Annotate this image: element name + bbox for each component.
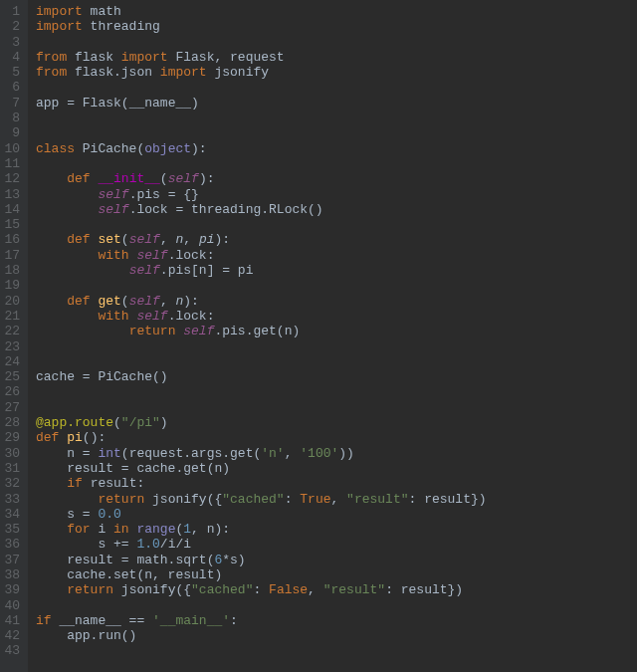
token: jsonify [214, 65, 269, 80]
token [36, 324, 129, 338]
code-line[interactable]: if result: [36, 476, 637, 491]
code-line[interactable]: class PiCache(object): [36, 141, 637, 156]
code-line[interactable]: def get(self, n): [36, 294, 637, 309]
code-line[interactable]: result = math.sqrt(6*s) [36, 553, 637, 567]
code-line[interactable]: app = Flask(__name__) [36, 96, 637, 111]
line-number: 32 [4, 476, 20, 491]
token [36, 294, 67, 309]
code-line[interactable] [36, 80, 637, 95]
token [36, 202, 98, 217]
code-line[interactable] [36, 111, 637, 125]
token: def [67, 294, 98, 309]
line-number: 27 [4, 400, 20, 415]
token: threading [91, 19, 160, 34]
code-line[interactable]: s = 0.0 [36, 507, 637, 522]
code-line[interactable]: import math [36, 4, 637, 19]
line-number: 4 [4, 50, 20, 65]
line-number: 37 [4, 553, 20, 567]
token: , [160, 232, 176, 247]
line-number: 31 [4, 461, 20, 476]
token: result: [91, 476, 145, 491]
line-number: 23 [4, 339, 20, 354]
token: range [136, 522, 175, 537]
code-line[interactable] [36, 125, 637, 140]
token [36, 582, 67, 597]
token: : [230, 613, 238, 628]
token: in [113, 522, 136, 537]
code-line[interactable]: self.lock = threading.RLock() [36, 202, 637, 217]
token: ( [121, 294, 129, 309]
token: def [67, 232, 98, 247]
code-line[interactable]: if __name__ == '__main__': [36, 613, 637, 628]
line-number: 21 [4, 309, 20, 324]
line-number: 5 [4, 65, 20, 80]
code-line[interactable]: @app.route("/pi") [36, 415, 637, 430]
code-line[interactable]: return jsonify({"cached": True, "result"… [36, 492, 637, 507]
token: self [129, 263, 160, 278]
code-line[interactable]: def pi(): [36, 430, 637, 445]
code-line[interactable] [36, 400, 637, 415]
token: import [36, 19, 91, 34]
token [36, 309, 98, 324]
token [36, 492, 98, 507]
token: app = Flask( [36, 96, 129, 111]
code-line[interactable] [36, 643, 637, 658]
token: flask.json [75, 65, 160, 80]
code-line[interactable]: result = cache.get(n) [36, 461, 637, 476]
token: self [129, 232, 160, 247]
code-area[interactable]: import mathimport threading from flask i… [28, 0, 637, 672]
code-editor[interactable]: 1234567891011121314151617181920212223242… [0, 0, 637, 672]
token: "cached" [222, 492, 284, 507]
code-line[interactable] [36, 598, 637, 613]
token: "/pi" [121, 415, 160, 430]
token: __name__ [129, 96, 191, 111]
code-line[interactable]: cache = PiCache() [36, 369, 637, 384]
code-line[interactable]: def __init__(self): [36, 171, 637, 186]
code-line[interactable]: self.pis = {} [36, 187, 637, 202]
token: def [67, 171, 98, 186]
token: __init__ [98, 171, 159, 186]
code-line[interactable] [36, 217, 637, 232]
token: ( [113, 415, 121, 430]
line-number: 24 [4, 354, 20, 369]
token: self [136, 248, 167, 263]
token: PiCache [83, 141, 137, 156]
code-line[interactable]: return jsonify({"cached": False, "result… [36, 582, 637, 597]
token: result = cache.get(n) [36, 461, 230, 476]
token: .lock: [168, 248, 215, 263]
code-line[interactable]: self.pis[n] = pi [36, 263, 637, 278]
token: ) [191, 96, 199, 111]
line-number: 29 [4, 430, 20, 445]
line-number: 10 [4, 141, 20, 156]
code-line[interactable]: def set(self, n, pi): [36, 232, 637, 247]
code-line[interactable] [36, 339, 637, 354]
code-line[interactable] [36, 156, 637, 171]
code-line[interactable]: for i in range(1, n): [36, 522, 637, 537]
token: with [98, 309, 136, 324]
code-line[interactable] [36, 354, 637, 369]
token: "result" [323, 582, 385, 597]
token: self [136, 309, 167, 324]
code-line[interactable]: n = int(request.args.get('n', '100')) [36, 446, 637, 461]
code-line[interactable]: return self.pis.get(n) [36, 324, 637, 338]
line-number: 1 [4, 4, 20, 19]
token: self [98, 187, 128, 202]
line-number: 43 [4, 643, 20, 658]
code-line[interactable] [36, 278, 637, 293]
code-line[interactable]: s += 1.0/i/i [36, 537, 637, 552]
token: , [308, 582, 323, 597]
code-line[interactable]: from flask import Flask, request [36, 50, 637, 65]
code-line[interactable]: from flask.json import jsonify [36, 65, 637, 80]
token: cache.set(n, result) [36, 567, 222, 582]
token: return [98, 492, 152, 507]
token: jsonify({ [152, 492, 222, 507]
code-line[interactable] [36, 35, 637, 50]
code-line[interactable]: app.run() [36, 628, 637, 643]
code-line[interactable]: cache.set(n, result) [36, 567, 637, 582]
code-line[interactable] [36, 384, 637, 399]
token: : [285, 492, 301, 507]
token: math [91, 4, 121, 19]
code-line[interactable]: with self.lock: [36, 309, 637, 324]
code-line[interactable]: with self.lock: [36, 248, 637, 263]
code-line[interactable]: import threading [36, 19, 637, 34]
